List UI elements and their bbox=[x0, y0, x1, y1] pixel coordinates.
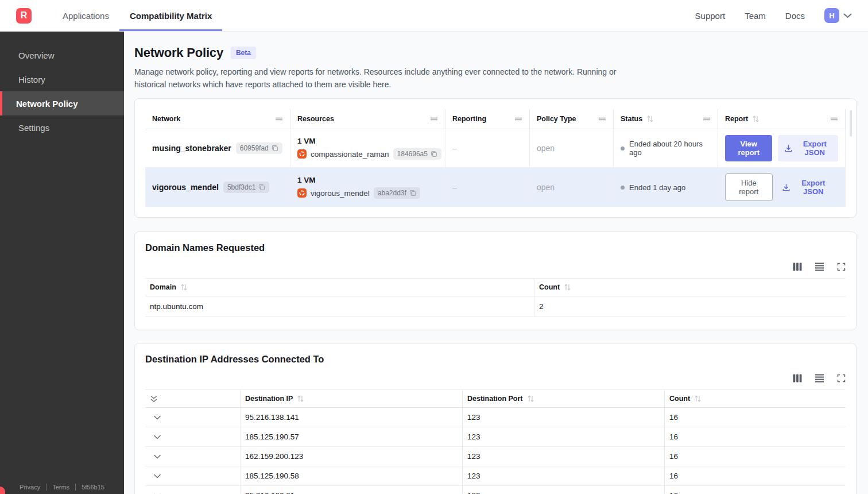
sort-icon[interactable] bbox=[297, 395, 304, 402]
beta-badge: Beta bbox=[231, 47, 256, 59]
network-name: musing_stonebraker bbox=[152, 144, 231, 153]
report-cell: Hide report Export JSON bbox=[718, 168, 846, 207]
avatar-initial: H bbox=[829, 11, 834, 20]
destination-ip-cell: 95.216.100.21 bbox=[240, 486, 463, 494]
export-json-button[interactable]: Export JSON bbox=[778, 174, 838, 200]
rows-icon[interactable] bbox=[815, 263, 824, 271]
export-json-button[interactable]: Export JSON bbox=[778, 135, 838, 161]
card-title: Destination IP Addresses Connected To bbox=[145, 354, 846, 365]
nav-tab-applications[interactable]: Applications bbox=[52, 0, 119, 31]
fullscreen-icon[interactable] bbox=[837, 263, 846, 271]
destination-ip-cell: 185.125.190.57 bbox=[240, 427, 463, 446]
sidebar-item-settings[interactable]: Settings bbox=[0, 115, 124, 140]
status-cell: Ended about 20 hours ago bbox=[614, 129, 718, 167]
status-dot bbox=[621, 146, 625, 150]
copy-icon[interactable] bbox=[258, 184, 265, 191]
avatar[interactable]: H bbox=[824, 8, 839, 23]
sidebar: Overview History Network Policy Settings… bbox=[0, 32, 124, 494]
row-expander-chevron-icon[interactable] bbox=[145, 408, 241, 427]
resource-id-badge[interactable]: 184696a5 bbox=[393, 148, 441, 160]
rows-icon[interactable] bbox=[815, 374, 824, 383]
sidebar-footer: Privacy Terms 5f56b15 bbox=[0, 484, 124, 491]
row-expander-chevron-icon[interactable] bbox=[145, 427, 241, 446]
column-header-policy-type: Policy Type bbox=[530, 109, 614, 129]
destination-ips-card: Destination IP Addresses Connected To De… bbox=[134, 343, 857, 494]
table-scrollbar[interactable] bbox=[850, 110, 852, 137]
expand-all-icon[interactable] bbox=[145, 390, 241, 407]
ip-row[interactable]: 185.125.190.57 123 16 bbox=[145, 427, 846, 447]
page-title: Network Policy bbox=[134, 45, 223, 60]
nav-tab-compatibility-matrix[interactable]: Compatibility Matrix bbox=[119, 0, 222, 31]
resource-name: vigorous_mendel bbox=[311, 189, 370, 198]
domains-card: Domain Names Requested Domain Count ntp.… bbox=[134, 231, 857, 330]
domain-row[interactable]: ntp.ubuntu.com 2 bbox=[145, 296, 846, 317]
network-id-badge[interactable]: 60959fad bbox=[236, 142, 282, 154]
privacy-link[interactable]: Privacy bbox=[14, 484, 46, 491]
network-id-badge[interactable]: 5bdf3dc1 bbox=[223, 182, 269, 193]
destination-port-cell: 123 bbox=[463, 427, 665, 446]
report-cell: View report Export JSON bbox=[718, 129, 846, 167]
column-resize-grip-icon[interactable] bbox=[430, 117, 438, 121]
ip-row[interactable]: 185.125.190.58 123 16 bbox=[145, 466, 846, 486]
row-expander-chevron-icon[interactable] bbox=[145, 466, 241, 485]
view-report-button[interactable]: View report bbox=[725, 135, 772, 161]
sidebar-item-overview[interactable]: Overview bbox=[0, 43, 124, 67]
columns-icon[interactable] bbox=[793, 374, 802, 383]
copy-icon[interactable] bbox=[431, 150, 437, 157]
network-name: vigorous_mendel bbox=[152, 183, 219, 192]
fullscreen-icon[interactable] bbox=[837, 374, 846, 383]
app-logo[interactable]: R bbox=[16, 8, 32, 24]
sort-icon[interactable] bbox=[527, 395, 534, 402]
domains-table: Domain Count ntp.ubuntu.com 2 bbox=[145, 278, 846, 317]
destination-port-cell: 123 bbox=[463, 408, 665, 427]
build-version: 5f56b15 bbox=[76, 484, 110, 491]
destination-ips-table: Destination IP Destination Port Count 95… bbox=[145, 389, 846, 494]
download-icon bbox=[782, 183, 790, 192]
ip-row[interactable]: 95.216.100.21 123 16 bbox=[145, 486, 846, 494]
column-header-report: Report bbox=[718, 109, 846, 129]
ip-row[interactable]: 162.159.200.123 123 16 bbox=[145, 447, 846, 466]
column-resize-grip-icon[interactable] bbox=[703, 117, 711, 121]
destination-port-cell: 123 bbox=[463, 466, 665, 485]
sort-icon[interactable] bbox=[564, 284, 571, 291]
column-resize-grip-icon[interactable] bbox=[275, 117, 283, 121]
ubuntu-icon bbox=[297, 149, 307, 159]
nav-link-docs[interactable]: Docs bbox=[785, 11, 805, 21]
sidebar-item-network-policy[interactable]: Network Policy bbox=[0, 91, 124, 115]
ubuntu-icon bbox=[297, 188, 307, 198]
network-row[interactable]: vigorous_mendel 5bdf3dc1 1 VM vigorous_m… bbox=[145, 167, 846, 207]
sort-icon[interactable] bbox=[694, 395, 702, 402]
column-header-reporting: Reporting bbox=[445, 109, 530, 129]
nav-link-support[interactable]: Support bbox=[695, 11, 726, 21]
sidebar-item-history[interactable]: History bbox=[0, 67, 124, 91]
network-row[interactable]: musing_stonebraker 60959fad 1 VM compass… bbox=[145, 129, 846, 167]
sort-icon[interactable] bbox=[646, 115, 654, 122]
nav-link-team[interactable]: Team bbox=[745, 11, 766, 21]
row-expander-chevron-icon[interactable] bbox=[145, 447, 241, 466]
columns-icon[interactable] bbox=[793, 263, 802, 271]
count-cell: 16 bbox=[665, 408, 846, 427]
sort-icon[interactable] bbox=[752, 115, 760, 122]
column-resize-grip-icon[interactable] bbox=[514, 117, 522, 121]
column-resize-grip-icon[interactable] bbox=[598, 117, 606, 121]
network-cell: musing_stonebraker 60959fad bbox=[145, 129, 290, 167]
user-menu[interactable]: H bbox=[824, 8, 852, 23]
column-resize-grip-icon[interactable] bbox=[830, 117, 838, 121]
sort-icon[interactable] bbox=[180, 284, 188, 291]
count-cell: 16 bbox=[665, 486, 846, 494]
resource-id-badge[interactable]: aba2dd3f bbox=[374, 187, 420, 199]
copy-icon[interactable] bbox=[272, 145, 278, 152]
hide-report-button[interactable]: Hide report bbox=[725, 173, 773, 201]
nav-right: Support Team Docs H bbox=[695, 0, 852, 31]
networks-card: Network Resources Reporting Policy Type … bbox=[134, 98, 857, 218]
networks-table-header: Network Resources Reporting Policy Type … bbox=[145, 109, 846, 129]
terms-link[interactable]: Terms bbox=[46, 484, 75, 491]
ip-row[interactable]: 95.216.138.141 123 16 bbox=[145, 408, 846, 427]
count-cell: 16 bbox=[665, 427, 846, 446]
network-cell: vigorous_mendel 5bdf3dc1 bbox=[145, 168, 290, 207]
card-toolbar bbox=[145, 263, 846, 271]
status-dot bbox=[621, 186, 625, 190]
domain-cell: ntp.ubuntu.com bbox=[145, 296, 534, 317]
copy-icon[interactable] bbox=[409, 190, 416, 196]
row-expander-chevron-icon[interactable] bbox=[145, 486, 241, 494]
